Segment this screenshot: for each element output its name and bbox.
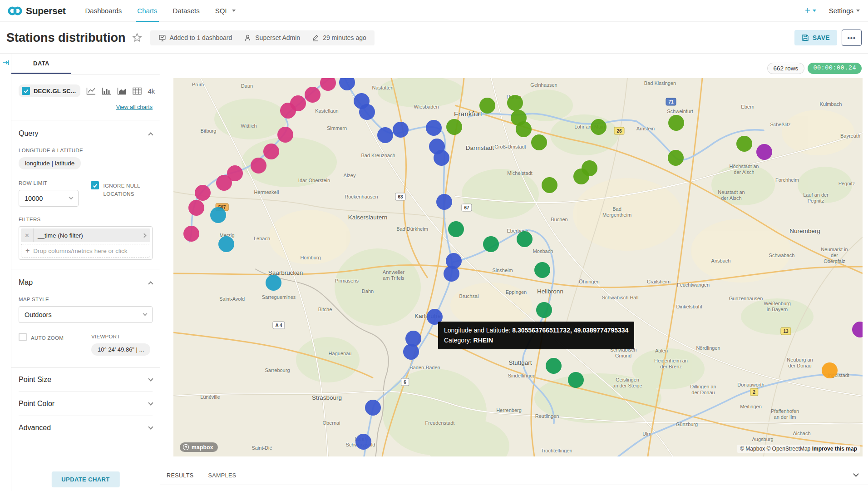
more-options-button[interactable]: ••• (842, 30, 862, 46)
map-city-label: Neustadt an der Aisch (718, 189, 745, 201)
auto-zoom-checkbox[interactable] (19, 333, 27, 341)
viz-type-selected[interactable]: DECK.GL SC... (19, 84, 80, 97)
point-size-section[interactable]: Point Size (19, 368, 153, 392)
map-point-pink[interactable] (263, 144, 279, 159)
bar-chart-icon[interactable] (102, 87, 111, 95)
auto-zoom-checkbox-row[interactable]: AUTO ZOOM (19, 333, 91, 356)
tab-results[interactable]: RESULTS (167, 472, 194, 479)
map-point-green[interactable] (446, 119, 462, 135)
viz-selected-checkbox (22, 87, 30, 95)
map-city-label: Feuchtwangen (677, 282, 710, 288)
road-shield: 67 (461, 204, 472, 212)
map-point-purple[interactable] (756, 144, 772, 160)
map-collapse-icon (148, 281, 153, 286)
nav-item-datasets[interactable]: Datasets (165, 0, 207, 21)
sql-caret-icon (232, 10, 236, 12)
dashboard-count-badge[interactable]: Added to 1 dashboard (158, 34, 232, 42)
map-point-cyan[interactable] (266, 275, 281, 291)
map-city-label: Nuremberg (789, 228, 820, 235)
map-city-label: Sindelfingen (508, 373, 536, 379)
ignore-null-checkbox[interactable] (91, 181, 99, 189)
map-point-blue[interactable] (377, 127, 393, 143)
map-point-pink[interactable] (320, 78, 336, 91)
expand-datasource-icon[interactable] (2, 59, 10, 68)
map-point-orange[interactable] (822, 362, 838, 378)
save-button[interactable]: SAVE (794, 30, 837, 45)
map-point-green[interactable] (507, 95, 523, 111)
filter-drop-zone[interactable]: + Drop columns/metrics here or click (21, 244, 150, 258)
map-point-pink[interactable] (277, 127, 293, 143)
map-city-label: Nördlingen (696, 345, 720, 351)
data-panel-collapse-icon[interactable] (854, 471, 858, 480)
deckgl-map[interactable]: PrümDaunNastättenGelnhausenBad Kissingen… (173, 78, 863, 456)
map-point-green[interactable] (591, 119, 607, 135)
map-point-emerald[interactable] (536, 302, 552, 318)
map-point-emerald[interactable] (448, 221, 464, 237)
map-point-green[interactable] (542, 177, 557, 193)
map-point-pink[interactable] (216, 175, 232, 191)
viewport-value-pill[interactable]: 10° 24' 49.86" | ... (91, 343, 150, 356)
map-point-green[interactable] (668, 150, 684, 166)
map-point-blue[interactable] (426, 120, 442, 136)
map-point-pink[interactable] (251, 158, 266, 174)
tab-samples[interactable]: SAMPLES (208, 472, 237, 479)
map-point-blue[interactable] (434, 150, 449, 166)
area-chart-icon[interactable] (117, 87, 127, 95)
nav-item-charts[interactable]: Charts (129, 0, 165, 21)
map-point-pink[interactable] (280, 103, 296, 119)
map-point-blue[interactable] (359, 104, 375, 120)
map-point-green[interactable] (479, 98, 495, 114)
new-button[interactable]: + (805, 5, 816, 16)
map-point-pink[interactable] (195, 185, 211, 201)
map-city-label: Wiesbaden (414, 104, 439, 110)
point-color-section[interactable]: Point Color (19, 392, 153, 416)
advanced-section[interactable]: Advanced (19, 416, 153, 440)
favorite-star-icon[interactable] (132, 33, 142, 43)
map-point-pink[interactable] (183, 226, 199, 242)
road-shield: 71 (666, 98, 676, 106)
map-attribution[interactable]: © Mapbox © OpenStreetMap Improve this ma… (737, 445, 860, 453)
map-point-green[interactable] (573, 169, 589, 184)
map-point-blue[interactable] (365, 400, 381, 416)
superset-logo[interactable]: Superset (0, 0, 77, 21)
chart-meta-bar: Added to 1 dashboard Superset Admin 29 m… (150, 30, 375, 45)
ignore-null-checkbox-row[interactable]: IGNORE NULL LOCATIONS (91, 181, 153, 207)
map-point-emerald[interactable] (546, 358, 562, 374)
map-point-cyan[interactable] (218, 236, 234, 252)
nav-item-sql[interactable]: SQL (207, 0, 243, 21)
map-point-emerald[interactable] (517, 231, 533, 247)
last-modified-badge[interactable]: 29 minutes ago (312, 34, 366, 41)
map-point-blue[interactable] (393, 122, 409, 138)
map-point-blue[interactable] (355, 434, 371, 450)
update-chart-button[interactable]: UPDATE CHART (51, 471, 119, 487)
map-point-pink[interactable] (305, 87, 321, 103)
map-point-green[interactable] (531, 134, 547, 150)
query-section-header[interactable]: Query (19, 120, 153, 138)
filter-chip-time[interactable]: ✕ __time (No filter) (21, 228, 150, 242)
map-point-blue[interactable] (403, 344, 419, 360)
map-point-emerald[interactable] (483, 236, 499, 252)
lonlat-value-pill[interactable]: longitude | latitude (19, 157, 81, 169)
map-point-green[interactable] (668, 115, 684, 131)
view-all-charts-link[interactable]: View all charts (116, 104, 153, 110)
map-point-cyan[interactable] (210, 207, 226, 223)
line-chart-icon[interactable] (86, 87, 96, 95)
map-section-header[interactable]: Map (19, 269, 153, 287)
remove-filter-icon[interactable]: ✕ (21, 228, 34, 242)
big-number-viz-icon[interactable]: 4k (148, 87, 155, 95)
map-point-blue[interactable] (436, 194, 452, 210)
mapbox-logo[interactable]: mapbox (180, 442, 218, 452)
settings-menu[interactable]: Settings (829, 7, 860, 15)
owner-badge[interactable]: Superset Admin (244, 34, 300, 42)
map-point-blue[interactable] (444, 266, 459, 282)
tab-data[interactable]: DATA (11, 54, 71, 74)
table-icon[interactable] (133, 87, 142, 95)
row-limit-select[interactable]: 10000 (19, 190, 79, 207)
map-point-green[interactable] (736, 136, 752, 152)
map-point-emerald[interactable] (568, 372, 584, 388)
map-point-emerald[interactable] (534, 262, 550, 278)
map-style-select[interactable]: Outdoors (19, 306, 153, 323)
map-point-green[interactable] (516, 121, 532, 137)
nav-item-dashboards[interactable]: Dashboards (77, 0, 129, 21)
map-point-pink[interactable] (188, 200, 204, 216)
